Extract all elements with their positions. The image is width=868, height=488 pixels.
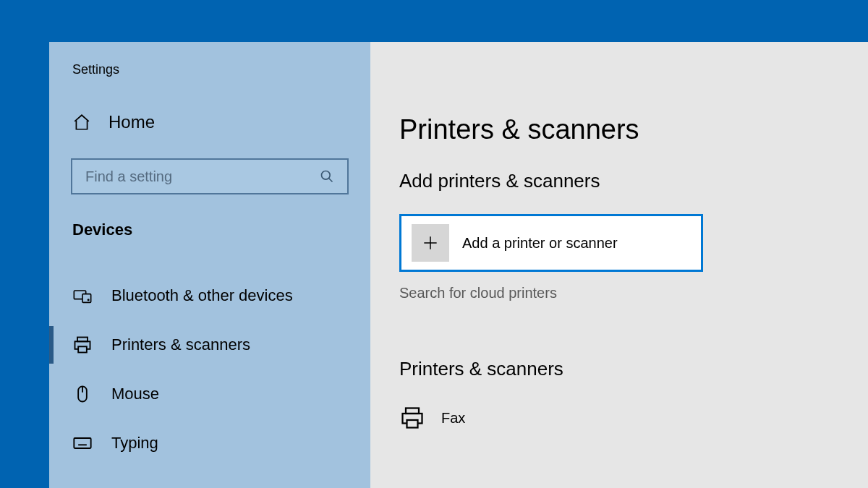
sidebar-item-typing[interactable]: Typing (49, 419, 370, 468)
add-printer-button[interactable]: Add a printer or scanner (399, 214, 703, 272)
sidebar-item-label: Mouse (111, 385, 159, 403)
plus-tile (412, 224, 449, 262)
plus-icon (421, 234, 440, 252)
search-box[interactable] (71, 158, 349, 194)
content-pane: Printers & scanners Add printers & scann… (370, 42, 868, 488)
search-input[interactable] (85, 168, 320, 185)
add-printer-label: Add a printer or scanner (462, 235, 618, 252)
bluetooth-devices-icon (72, 286, 93, 306)
mouse-icon (72, 384, 93, 404)
svg-point-0 (322, 171, 331, 180)
device-item-fax[interactable]: Fax (399, 396, 868, 440)
home-label: Home (109, 112, 155, 132)
sidebar-item-printers[interactable]: Printers & scanners (49, 320, 370, 369)
sidebar-item-bluetooth[interactable]: Bluetooth & other devices (49, 271, 370, 320)
page-title: Printers & scanners (399, 114, 868, 145)
svg-rect-7 (78, 346, 87, 352)
sidebar-item-label: Bluetooth & other devices (111, 286, 293, 305)
list-section-title: Printers & scanners (399, 358, 868, 380)
app-title: Settings (49, 42, 370, 77)
category-header: Devices (49, 194, 370, 239)
printer-icon (72, 335, 93, 355)
svg-rect-3 (82, 294, 91, 303)
add-section-title: Add printers & scanners (399, 170, 868, 192)
home-nav[interactable]: Home (49, 77, 370, 132)
sidebar-item-label: Printers & scanners (111, 335, 250, 354)
printer-icon (399, 405, 425, 431)
sidebar-nav: Bluetooth & other devices Printers & sca… (49, 271, 370, 468)
svg-line-1 (329, 179, 333, 182)
search-cloud-printers-link[interactable]: Search for cloud printers (399, 285, 868, 301)
device-item-label: Fax (441, 410, 465, 427)
sidebar-item-label: Typing (111, 434, 158, 453)
sidebar-item-mouse[interactable]: Mouse (49, 369, 370, 419)
keyboard-icon (72, 433, 93, 453)
search-container (49, 132, 370, 194)
device-list: Fax (399, 396, 868, 440)
svg-rect-20 (407, 420, 418, 428)
svg-point-4 (88, 299, 90, 301)
home-icon (72, 113, 91, 132)
settings-window: Settings Home Devices (49, 42, 868, 488)
svg-rect-10 (74, 438, 90, 448)
sidebar: Settings Home Devices (49, 42, 370, 488)
search-icon (320, 169, 334, 184)
